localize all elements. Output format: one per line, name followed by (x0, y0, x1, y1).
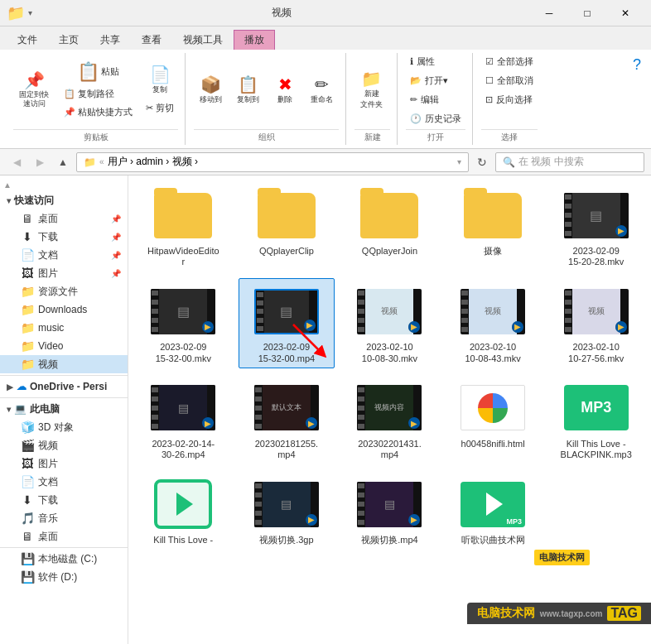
tab-home[interactable]: 主页 (48, 30, 89, 50)
resources-label: 资源文件 (38, 285, 78, 299)
search-box[interactable]: 🔍 在 视频 中搜索 (495, 152, 644, 172)
close-button[interactable]: ✕ (606, 0, 644, 26)
maximize-button[interactable]: □ (568, 0, 606, 26)
address-box[interactable]: 📁 « 用户 › admin › 视频 › ▾ (76, 152, 469, 172)
tab-play[interactable]: 播放 (234, 30, 275, 50)
file-item-video9[interactable]: 视频内容 ▶ 202302201431.mp4 (341, 375, 438, 464)
sidebar-item-resources[interactable]: 📁 资源文件 (0, 282, 128, 300)
select-none-button[interactable]: ☐ 全部取消 (481, 72, 538, 89)
copy-to-button[interactable]: 📋 复制到 (231, 74, 265, 108)
tab-file[interactable]: 文件 (7, 30, 48, 50)
rename-button[interactable]: ✏ 重命名 (305, 74, 339, 108)
shexiang-icon (460, 186, 526, 244)
sidebar-item-downloads-pc[interactable]: ⬇ 下载 (0, 491, 128, 509)
pin-indicator2: 📌 (111, 233, 121, 242)
sidebar-scroll-up[interactable]: ▲ (0, 179, 128, 191)
properties-button[interactable]: ℹ 属性 (406, 53, 439, 70)
tab-view[interactable]: 查看 (131, 30, 172, 50)
sidebar-divider1 (0, 375, 128, 376)
refresh-button[interactable]: ↻ (472, 152, 492, 172)
edit-button[interactable]: ✏ 编辑 (406, 91, 443, 108)
file-item-3gp[interactable]: ▤ ▶ 视频切换.3gp (239, 471, 335, 550)
ribbon-group-clipboard: 📌 固定到快速访问 📋 粘贴 📋 复制路径 📌 粘贴快捷方式 (7, 53, 186, 145)
file-item-video5[interactable]: 视频 ▶ 2023-02-1010-08-43.mkv (445, 278, 542, 368)
file-item-video1[interactable]: ▤ ▶ 2023-02-0915-20-28.mkv (547, 182, 644, 272)
sidebar-this-pc-header[interactable]: ▾ 💻 此电脑 (0, 400, 128, 418)
video2-icon: ▤ ▶ (150, 282, 216, 340)
hitpaw-folder (154, 193, 212, 238)
copy-button[interactable]: 📄 复制 (142, 64, 178, 98)
sidebar-item-desktop[interactable]: 🖥 桌面 📌 (0, 209, 128, 228)
breadcrumb-path: 用户 › admin › 视频 › (108, 155, 198, 169)
file-item-qqplayerjoin[interactable]: QQplayerJoin (341, 182, 438, 272)
sidebar-item-pictures-pc[interactable]: 🖼 图片 (0, 454, 128, 473)
sidebar-item-downloads[interactable]: ⬇ 下载 📌 (0, 228, 128, 246)
cut-label: ✂ 剪切 (146, 102, 174, 114)
file-item-video7[interactable]: ▤ ▶ 2023-02-20-14-30-26.mp4 (135, 375, 232, 464)
sidebar-item-downloads-en[interactable]: 📁 Downloads (0, 300, 128, 319)
file-item-last[interactable]: MP3 听歌识曲技术网 电脑技术网 (445, 471, 542, 550)
tab-share[interactable]: 共享 (89, 30, 131, 50)
file-item-video3[interactable]: ▤ ▶ 2023-02-0915-32-00.mp4 (239, 278, 335, 368)
file-item-video8[interactable]: 默认文本 ▶ 202302181255.mp4 (239, 375, 335, 464)
file-item-html[interactable]: h00458nifli.html (445, 375, 542, 464)
file-item-video6[interactable]: 视频 ▶ 2023-02-1010-27-56.mkv (547, 278, 644, 368)
sidebar-item-video-en[interactable]: 📁 Video (0, 337, 128, 355)
address-icon: 📁 (84, 156, 96, 168)
sidebar-item-music[interactable]: 📁 music (0, 319, 128, 337)
v7-filmstrip-left (151, 385, 159, 430)
file-item-mp3play[interactable]: Kill This Love - (135, 471, 232, 550)
file-item-switch-mp4[interactable]: ▤ ▶ 视频切换.mp4 (341, 471, 438, 550)
invert-select-button[interactable]: ⊡ 反向选择 (481, 91, 537, 108)
minimize-button[interactable]: ─ (530, 0, 568, 26)
select-none-label: 全部取消 (497, 74, 533, 87)
file-item-mp3[interactable]: MP3 Kill This Love -BLACKPINK.mp3 (547, 375, 644, 464)
open-button[interactable]: 📂 打开▾ (406, 72, 452, 89)
history-button[interactable]: 🕐 历史记录 (406, 110, 465, 127)
file-item-video4[interactable]: 视频 ▶ 2023-02-1010-08-30.mkv (341, 278, 438, 368)
new-folder-button[interactable]: 📁 新建文件夹 (354, 68, 388, 113)
sidebar-item-desktop-pc[interactable]: 🖥 桌面 (0, 527, 128, 545)
sidebar-item-drive-d[interactable]: 💾 软件 (D:) (0, 568, 128, 586)
sidebar-item-videos-pc[interactable]: 🎬 视频 (0, 436, 128, 454)
ribbon: 📌 固定到快速访问 📋 粘贴 📋 复制路径 📌 粘贴快捷方式 (0, 50, 651, 149)
sidebar-item-3d[interactable]: 🧊 3D 对象 (0, 418, 128, 436)
paste-button[interactable]: 📋 粘贴 (60, 60, 137, 84)
video1-label: 2023-02-0915-20-28.mkv (568, 246, 624, 267)
file-item-qqplayerclip[interactable]: QQplayerClip (239, 182, 335, 272)
dropdown-icon[interactable]: ▾ (457, 157, 461, 166)
file-item-hitpaw[interactable]: HitpawVideoEditor (135, 182, 232, 272)
delete-button[interactable]: ✖ 删除 (268, 74, 301, 108)
html-label: h00458nifli.html (461, 439, 525, 449)
forward-button[interactable]: ▶ (30, 152, 50, 172)
copy-label: 复制 (152, 84, 167, 95)
sidebar-onedrive-header[interactable]: ▶ ☁ OneDrive - Persi (0, 377, 128, 396)
sidebar-item-pictures[interactable]: 🖼 图片 📌 (0, 264, 128, 282)
sidebar-quick-access-header[interactable]: ▾ 快速访问 (0, 191, 128, 209)
tab-video-tools[interactable]: 视频工具 (172, 30, 234, 50)
copy-path-button[interactable]: 📋 复制路径 (60, 85, 137, 103)
help-button[interactable]: ? (633, 56, 641, 74)
back-button[interactable]: ◀ (7, 152, 27, 172)
paste-shortcut-label: 📌 粘贴快捷方式 (64, 106, 133, 118)
video9-label: 202302201431.mp4 (358, 439, 421, 460)
file-item-shexiang[interactable]: 摄像 (445, 182, 542, 272)
select-all-button[interactable]: ☑ 全部选择 (481, 53, 538, 70)
documents-pc-label: 文档 (38, 475, 58, 489)
cut-button[interactable]: ✂ 剪切 (142, 99, 178, 117)
properties-label: 属性 (417, 55, 435, 68)
move-to-button[interactable]: 📦 移动到 (194, 74, 228, 108)
up-button[interactable]: ▲ (53, 152, 73, 172)
last-label: 听歌识曲技术网 (461, 535, 525, 545)
v3-content: ▤ (280, 304, 292, 320)
sidebar-item-videos[interactable]: 📁 视频 (0, 355, 128, 373)
sidebar-item-documents-pc[interactable]: 📄 文档 (0, 473, 128, 491)
pin-to-access-button[interactable]: 📌 固定到快速访问 (13, 70, 55, 111)
file-item-video2[interactable]: ▤ ▶ 2023-02-0915-32-00.mkv (135, 278, 232, 368)
documents-label: 文档 (38, 248, 58, 262)
sidebar-item-documents[interactable]: 📄 文档 📌 (0, 246, 128, 264)
paste-shortcut-button[interactable]: 📌 粘贴快捷方式 (60, 103, 137, 121)
pin-icon: 📌 (24, 72, 45, 89)
sidebar-item-music-pc[interactable]: 🎵 音乐 (0, 509, 128, 527)
sidebar-item-drive-c[interactable]: 💾 本地磁盘 (C:) (0, 550, 128, 568)
